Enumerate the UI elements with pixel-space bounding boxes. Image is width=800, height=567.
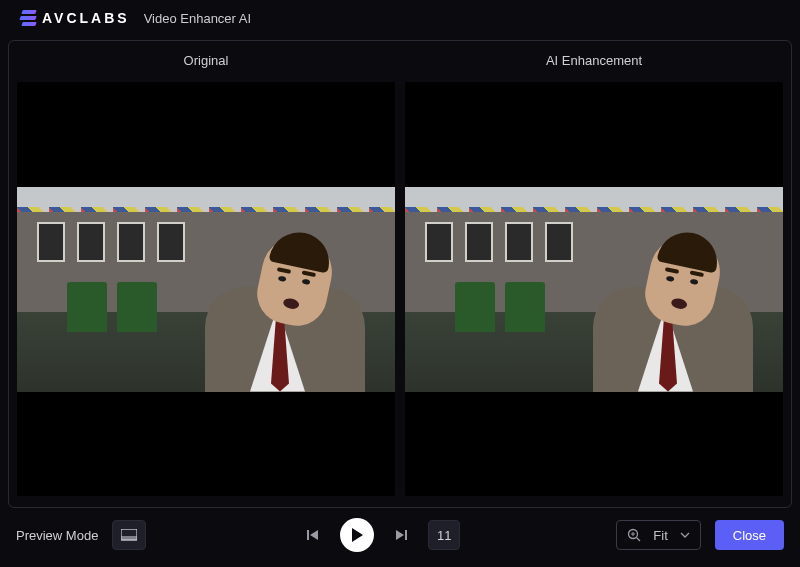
preview-labels: Original AI Enhancement — [17, 49, 783, 72]
svg-rect-2 — [307, 530, 309, 540]
brand-name: AVCLABS — [42, 10, 130, 26]
chevron-down-icon — [680, 532, 690, 538]
app-logo: AVCLABS — [18, 10, 130, 26]
original-label: Original — [17, 49, 395, 72]
close-button[interactable]: Close — [715, 520, 784, 550]
logo-icon — [18, 10, 36, 26]
play-button[interactable] — [340, 518, 374, 552]
original-video-frame — [17, 187, 395, 392]
preview-mode-label: Preview Mode — [16, 528, 98, 543]
preview-panels — [17, 82, 783, 496]
enhanced-video-panel[interactable] — [405, 82, 783, 496]
skip-forward-icon — [394, 528, 408, 542]
enhanced-label: AI Enhancement — [405, 49, 783, 72]
app-title: Video Enhancer AI — [144, 11, 251, 26]
zoom-in-icon — [627, 528, 641, 542]
zoom-dropdown[interactable]: Fit — [616, 520, 700, 550]
enhanced-video-frame — [405, 187, 783, 392]
zoom-label: Fit — [653, 528, 667, 543]
preview-mode-button[interactable] — [112, 520, 146, 550]
svg-rect-3 — [405, 530, 407, 540]
svg-line-5 — [637, 538, 641, 542]
next-frame-button[interactable] — [390, 524, 412, 546]
previous-frame-button[interactable] — [302, 524, 324, 546]
split-view-icon — [121, 529, 137, 541]
original-video-panel[interactable] — [17, 82, 395, 496]
frame-number-display[interactable]: 11 — [428, 520, 460, 550]
bottom-bar: Preview Mode 11 — [0, 508, 800, 562]
preview-container: Original AI Enhancement — [8, 40, 792, 508]
header: AVCLABS Video Enhancer AI — [0, 0, 800, 36]
svg-rect-1 — [121, 536, 137, 540]
play-icon — [351, 528, 363, 542]
skip-back-icon — [306, 528, 320, 542]
playback-controls: 11 — [302, 518, 460, 552]
